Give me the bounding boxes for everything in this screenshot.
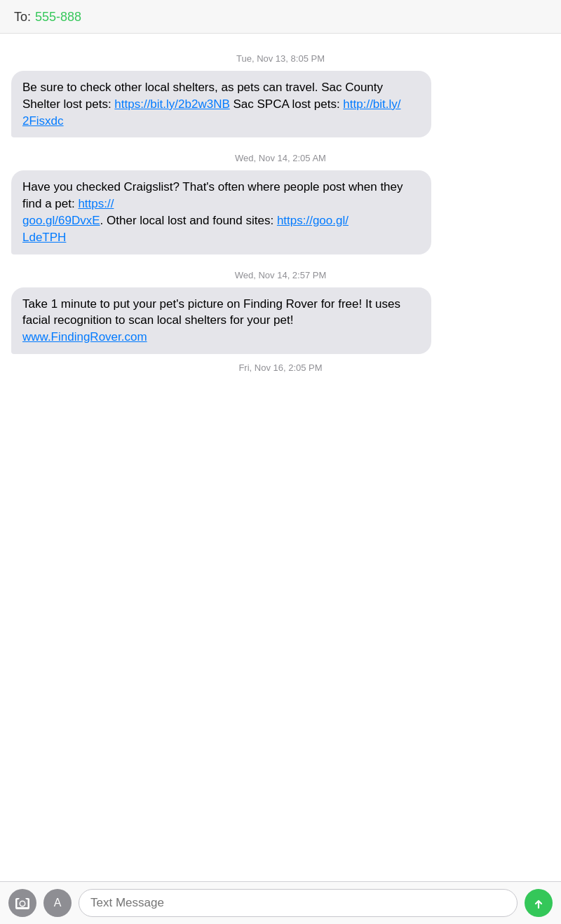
message-row-2: Have you checked Craigslist? That's ofte… xyxy=(11,170,550,257)
message-row-1: Be sure to check other local shelters, a… xyxy=(11,71,550,140)
bubble-2-text-2: . Other local lost and found sites: xyxy=(100,214,277,227)
to-label: To: xyxy=(14,10,31,25)
bottom-toolbar: A xyxy=(0,881,561,924)
camera-button[interactable] xyxy=(8,889,36,917)
timestamp-2: Wed, Nov 14, 2:05 AM xyxy=(11,153,550,163)
bubble-1: Be sure to check other local shelters, a… xyxy=(11,71,431,137)
bubble-3-text: Take 1 minute to put your pet's picture … xyxy=(22,297,400,327)
appstore-icon: A xyxy=(50,896,65,910)
message-row-3: Take 1 minute to put your pet's picture … xyxy=(11,287,550,357)
link-3-1[interactable]: www.FindingRover.com xyxy=(22,330,147,344)
svg-text:A: A xyxy=(54,897,62,909)
bubble-1-text-2: Sac SPCA lost pets: xyxy=(230,97,344,111)
camera-icon xyxy=(15,897,30,909)
bubble-2: Have you checked Craigslist? That's ofte… xyxy=(11,170,431,254)
send-button[interactable] xyxy=(525,889,553,917)
send-icon xyxy=(532,897,545,909)
timestamp-3: Wed, Nov 14, 2:57 PM xyxy=(11,270,550,280)
timestamp-fri: Fri, Nov 16, 2:05 PM xyxy=(11,362,550,373)
link-1-1[interactable]: https://bit.ly/2b2w3NB xyxy=(114,97,229,111)
bubble-3: Take 1 minute to put your pet's picture … xyxy=(11,287,431,354)
timestamp-1: Tue, Nov 13, 8:05 PM xyxy=(11,53,550,64)
header: To: 555-888 xyxy=(0,0,561,34)
recipient-phone: 555-888 xyxy=(35,10,81,25)
appstore-button[interactable]: A xyxy=(43,889,72,917)
messages-area: Tue, Nov 13, 8:05 PM Be sure to check ot… xyxy=(0,34,561,881)
message-input[interactable] xyxy=(79,889,518,917)
